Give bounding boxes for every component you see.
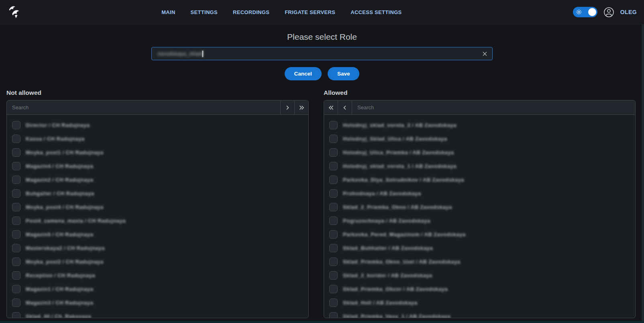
frigate-birds-logo-icon[interactable] (6, 4, 22, 20)
nav-item[interactable]: ACCESS SETTINGS (351, 8, 401, 16)
allowed-panel: Holodnyj_sklad_vorota_2 / AB Zavodskaya … (324, 100, 636, 318)
list-item[interactable]: Magazin2 / CH Radujnaya (7, 173, 308, 186)
item-checkbox[interactable] (12, 121, 20, 129)
item-label: Sklad_Priemka_Vesy_1 / AB Zavodskaya (343, 313, 450, 318)
not-allowed-search-input[interactable] (7, 100, 280, 114)
item-checkbox[interactable] (12, 135, 20, 143)
move-selected-to-not-allowed-button[interactable] (338, 100, 352, 114)
list-item[interactable]: Holodnyj_sklad_vorota_1 / AB Zavodskaya (324, 159, 635, 173)
allowed-list: Holodnyj_sklad_vorota_2 / AB Zavodskaya … (324, 115, 635, 318)
list-item[interactable]: Kassa / CH Radujnaya (7, 132, 308, 145)
role-select-page: Please select Role zavodskaya_sklad Canc… (0, 32, 644, 318)
item-checkbox[interactable] (329, 285, 338, 293)
list-item[interactable]: Masterskaya2 / CH Radujnaya (7, 241, 308, 255)
item-checkbox[interactable] (329, 271, 338, 280)
item-checkbox[interactable] (329, 189, 338, 198)
list-item[interactable]: Magazin4 / CH Radujnaya (7, 159, 308, 173)
nav-link[interactable]: ACCESS SETTINGS (351, 9, 401, 15)
item-checkbox[interactable] (329, 312, 338, 318)
list-item[interactable]: Sklad_2_Priemka_Okno / AB Zavodskaya (324, 200, 635, 214)
item-checkbox[interactable] (12, 298, 20, 307)
nav-item[interactable]: RECORDINGS (233, 8, 269, 16)
item-checkbox[interactable] (329, 203, 338, 211)
item-checkbox[interactable] (329, 162, 338, 170)
item-checkbox[interactable] (12, 285, 20, 293)
list-item[interactable]: Holodnyj_sklad_vorota_2 / AB Zavodskaya (324, 118, 635, 132)
list-item[interactable]: Sklad_2_koridor / AB Zavodskaya (324, 268, 635, 282)
item-label: Reception / CH Radujnaya (26, 272, 95, 278)
list-item[interactable]: Sklad_Priemka_Okno_Uzel / AB Zavodskaya (324, 255, 635, 268)
list-item[interactable]: Moyka_post2 / CH Radujnaya (7, 255, 308, 268)
list-item[interactable]: Parkovka_Pered_Magazinom / AB Zavodskaya (324, 227, 635, 241)
move-all-to-not-allowed-button[interactable] (324, 100, 338, 114)
move-all-to-allowed-button[interactable] (294, 100, 308, 114)
nav-item[interactable]: FRIGATE SERVERS (285, 8, 335, 16)
item-checkbox[interactable] (12, 312, 20, 318)
vertical-scrollbar[interactable] (642, 25, 644, 321)
list-item[interactable]: Moyka_post4 / CH Radujnaya (7, 200, 308, 214)
move-selected-to-allowed-button[interactable] (280, 100, 294, 114)
item-checkbox[interactable] (329, 121, 338, 129)
cancel-button[interactable]: Cancel (285, 67, 322, 80)
item-checkbox[interactable] (12, 230, 20, 239)
item-checkbox[interactable] (329, 176, 338, 184)
list-item[interactable]: Sklad_Holl / AB Zavodskaya (324, 296, 635, 309)
list-item[interactable]: Holodnyj_Sklad_Ulica / AB Zavodskaya (324, 132, 635, 145)
item-checkbox[interactable] (12, 258, 20, 266)
allowed-toolbar (324, 100, 635, 115)
clear-input-button[interactable] (481, 49, 489, 58)
item-checkbox[interactable] (329, 217, 338, 225)
item-checkbox[interactable] (12, 176, 20, 184)
list-item[interactable]: Magazin1 / CH Radujnaya (7, 282, 308, 296)
item-label: Sklad_Priemka_Okno_Uzel / AB Zavodskaya (343, 259, 460, 265)
item-checkbox[interactable] (12, 162, 20, 170)
item-label: Magazin4 / CH Radujnaya (26, 163, 93, 169)
list-item[interactable]: Magazin5 / CH Radujnaya (7, 227, 308, 241)
list-item[interactable]: Post4_zamena_masla / CH Radujnaya (7, 214, 308, 227)
list-item[interactable]: Sklad_Priemka_Obzor / AB Zavodskaya (324, 282, 635, 296)
list-item[interactable]: Parkovka_Dlya_Sotrudnikov / AB Zavodskay… (324, 173, 635, 186)
list-item[interactable]: Pogruzochnaya / AB Zavodskaya (324, 214, 635, 227)
list-item[interactable]: Holodnyj_Ulica_Priemka / AB Zavodskaya (324, 145, 635, 159)
camera-transfer-widget: Not allowed (0, 89, 644, 318)
item-checkbox[interactable] (329, 298, 338, 307)
item-checkbox[interactable] (12, 203, 20, 211)
nav-item[interactable]: SETTINGS (191, 8, 218, 16)
list-item[interactable]: Reception / CH Radujnaya (7, 268, 308, 282)
item-checkbox[interactable] (12, 271, 20, 280)
role-name-input[interactable]: zavodskaya_sklad (151, 47, 493, 60)
x-icon (482, 51, 487, 56)
theme-toggle[interactable] (573, 7, 597, 17)
item-checkbox[interactable] (12, 217, 20, 225)
item-label: Moyka_post2 / CH Radujnaya (26, 259, 104, 265)
item-label: Holodnyj_Sklad_Ulica / AB Zavodskaya (343, 136, 447, 142)
list-item[interactable]: Buhgalter / CH Radujnaya (7, 186, 308, 200)
not-allowed-column: Not allowed (6, 89, 309, 318)
item-checkbox[interactable] (329, 135, 338, 143)
item-checkbox[interactable] (12, 244, 20, 252)
user-circle-icon[interactable] (603, 7, 614, 18)
item-checkbox[interactable] (329, 258, 338, 266)
nav-link[interactable]: MAIN (161, 9, 175, 15)
form-actions: Cancel Save (0, 67, 644, 80)
list-item[interactable]: Moyka_post1 / CH Radujnaya (7, 145, 308, 159)
page-title: Please select Role (0, 32, 644, 42)
item-checkbox[interactable] (329, 148, 338, 157)
nav-link[interactable]: RECORDINGS (233, 9, 269, 15)
username-label[interactable]: OLEG (620, 9, 637, 15)
list-item[interactable]: Magazin3 / CH Radujnaya (7, 296, 308, 309)
list-item[interactable]: Sklad_40 / Ch_Rakovaya (7, 309, 308, 318)
nav-link[interactable]: SETTINGS (191, 9, 218, 15)
nav-item[interactable]: MAIN (161, 8, 175, 16)
save-button[interactable]: Save (328, 67, 360, 80)
nav-link[interactable]: FRIGATE SERVERS (285, 9, 335, 15)
item-checkbox[interactable] (329, 230, 338, 239)
list-item[interactable]: Director / CH Radujnaya (7, 118, 308, 132)
item-checkbox[interactable] (12, 189, 20, 198)
allowed-search-input[interactable] (352, 100, 635, 114)
item-checkbox[interactable] (12, 148, 20, 157)
list-item[interactable]: Sklad_Priemka_Vesy_1 / AB Zavodskaya (324, 309, 635, 318)
list-item[interactable]: Prohodnaya / AB Zavodskaya (324, 186, 635, 200)
item-checkbox[interactable] (329, 244, 338, 252)
list-item[interactable]: Sklad_Buhhalter / AB Zavodskaya (324, 241, 635, 255)
